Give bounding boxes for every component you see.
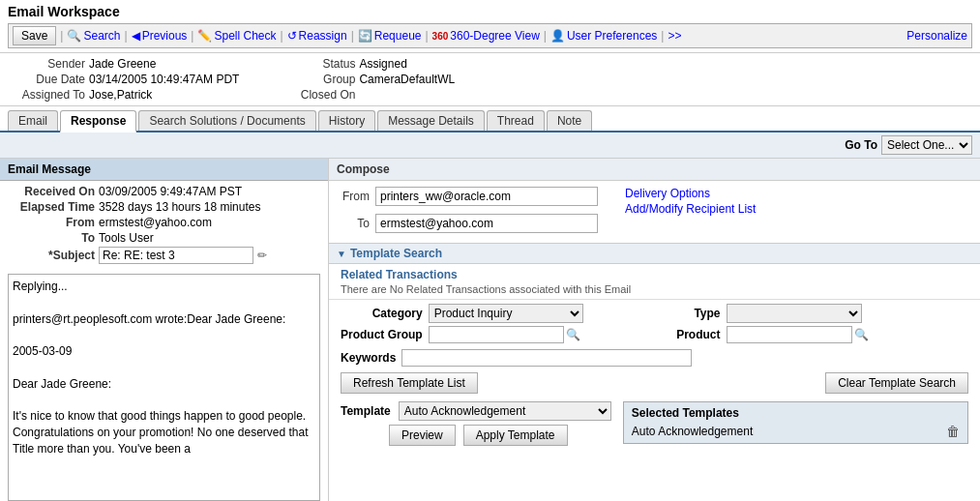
- save-button[interactable]: Save: [13, 26, 56, 45]
- from-value: ermstest@yahoo.com: [99, 216, 212, 229]
- preview-apply-row: Preview Apply Template: [341, 425, 611, 446]
- email-message-title: Email Message: [0, 159, 328, 181]
- subject-label: *Subject: [8, 249, 95, 262]
- more-link[interactable]: >>: [668, 29, 681, 43]
- keywords-label: Keywords: [341, 351, 396, 365]
- reassign-link[interactable]: ↺ Reassign: [287, 29, 347, 43]
- assignedto-label: Assigned To: [8, 88, 85, 102]
- left-panel: Email Message Received On 03/09/2005 9:4…: [0, 159, 329, 501]
- tab-history[interactable]: History: [318, 110, 375, 131]
- compose-title: Compose: [329, 159, 980, 181]
- product-group-label: Product Group: [341, 328, 423, 341]
- category-label: Category: [341, 307, 423, 320]
- status-label: Status: [278, 57, 355, 71]
- elapsed-time-value: 3528 days 13 hours 18 minutes: [99, 200, 260, 214]
- template-search-title: Template Search: [350, 247, 442, 260]
- related-transactions-text: There are No Related Transactions associ…: [341, 283, 968, 295]
- compose-from-label: From: [341, 190, 370, 203]
- product-input[interactable]: [727, 326, 852, 343]
- toolbar: Save | 🔍 Search | ◀ Previous | ✏️ Spell …: [8, 23, 972, 48]
- compose-from-input[interactable]: [375, 187, 598, 206]
- search-icon: 🔍: [67, 29, 81, 43]
- preview-button[interactable]: Preview: [389, 425, 456, 446]
- assignedto-value: Jose,Patrick: [89, 88, 152, 102]
- group-label: Group: [278, 73, 355, 86]
- type-select[interactable]: [727, 304, 862, 323]
- related-transactions-title: Related Transactions: [341, 268, 968, 281]
- goto-select[interactable]: Select One...: [881, 135, 972, 155]
- refresh-row: Refresh Template List Clear Template Sea…: [329, 368, 980, 398]
- template-row: Template Auto Acknowledgement: [341, 401, 611, 421]
- compose-area: From To Delivery Options Add/Modify Reci…: [329, 181, 980, 243]
- status-value: Assigned: [359, 57, 406, 71]
- template-label: Template: [341, 404, 391, 418]
- group-value: CameraDefaultWL: [359, 73, 455, 86]
- to-value: Tools User: [99, 231, 154, 245]
- type-label: Type: [676, 307, 720, 320]
- category-select[interactable]: Product Inquiry: [429, 304, 583, 323]
- view360-link[interactable]: 360 360-Degree View: [432, 29, 540, 43]
- to-label: To: [8, 231, 95, 245]
- email-body-container: Replying... printers@rt.peoplesoft.com w…: [8, 274, 320, 501]
- compose-to-label: To: [341, 217, 370, 230]
- tab-bar: Email Response Search Solutions / Docume…: [0, 106, 980, 133]
- keywords-row: Keywords: [329, 347, 980, 368]
- apply-template-button[interactable]: Apply Template: [463, 425, 568, 446]
- goto-bar: Go To Select One...: [0, 133, 980, 159]
- collapse-icon[interactable]: ▼: [337, 249, 346, 259]
- selected-templates-title: Selected Templates: [632, 406, 960, 420]
- add-modify-recipient-link[interactable]: Add/Modify Recipient List: [625, 202, 756, 216]
- tab-message-details[interactable]: Message Details: [377, 110, 485, 131]
- previous-link[interactable]: ◀ Previous: [132, 29, 188, 43]
- userprefs-icon: 👤: [550, 29, 565, 43]
- infobar: Sender Jade Greene Due Date 03/14/2005 1…: [0, 53, 980, 106]
- refresh-template-button[interactable]: Refresh Template List: [341, 372, 478, 394]
- personalize-link[interactable]: Personalize: [906, 29, 967, 43]
- previous-icon: ◀: [132, 29, 140, 43]
- goto-label: Go To: [845, 138, 877, 152]
- header: Email Workspace Save | 🔍 Search | ◀ Prev…: [0, 0, 980, 106]
- right-panel: Compose From To Delivery Options Add/Mod…: [329, 159, 980, 501]
- requeue-link[interactable]: 🔄 Requeue: [358, 29, 422, 43]
- duedate-label: Due Date: [8, 73, 85, 86]
- delivery-options-link[interactable]: Delivery Options: [625, 187, 756, 200]
- tab-search-solutions[interactable]: Search Solutions / Documents: [138, 110, 315, 131]
- product-group-input[interactable]: [429, 326, 564, 343]
- tab-thread[interactable]: Thread: [487, 110, 545, 131]
- selected-template-name: Auto Acknowledgement: [632, 425, 942, 438]
- product-label: Product: [676, 328, 720, 341]
- edit-icon[interactable]: ✏: [257, 249, 267, 262]
- page-title: Email Workspace: [8, 4, 972, 19]
- email-info: Received On 03/09/2005 9:49:47AM PST Ela…: [0, 181, 328, 270]
- template-select[interactable]: Auto Acknowledgement: [399, 401, 611, 421]
- view360-icon: 360: [432, 31, 449, 42]
- tab-email[interactable]: Email: [8, 110, 58, 131]
- elapsed-time-label: Elapsed Time: [8, 200, 95, 214]
- requeue-icon: 🔄: [358, 29, 372, 43]
- spellcheck-link[interactable]: ✏️ Spell Check: [197, 29, 276, 43]
- received-on-value: 03/09/2005 9:49:47AM PST: [99, 185, 242, 198]
- search-link[interactable]: 🔍 Search: [67, 29, 120, 43]
- selected-templates-box: Selected Templates Auto Acknowledgement …: [623, 401, 968, 444]
- userprefs-link[interactable]: 👤 User Preferences: [550, 29, 657, 43]
- duedate-value: 03/14/2005 10:49:47AM PDT: [89, 73, 239, 86]
- spellcheck-icon: ✏️: [197, 29, 212, 43]
- keywords-input[interactable]: [401, 349, 692, 367]
- tab-note[interactable]: Note: [547, 110, 592, 131]
- tab-response[interactable]: Response: [60, 110, 136, 133]
- email-body-text: Replying...: [13, 279, 315, 295]
- received-on-label: Received On: [8, 185, 95, 198]
- reassign-icon: ↺: [287, 29, 297, 43]
- product-search-icon[interactable]: 🔍: [854, 328, 869, 341]
- related-transactions-section: Related Transactions There are No Relate…: [329, 264, 980, 300]
- template-search-header: ▼ Template Search: [329, 243, 980, 264]
- compose-to-input[interactable]: [375, 214, 598, 233]
- sender-value: Jade Greene: [89, 57, 156, 71]
- sender-label: Sender: [8, 57, 85, 71]
- clear-template-search-button[interactable]: Clear Template Search: [825, 372, 968, 394]
- email-body[interactable]: Replying... printers@rt.peoplesoft.com w…: [9, 275, 319, 500]
- product-group-search-icon[interactable]: 🔍: [566, 328, 580, 341]
- subject-input[interactable]: [99, 247, 253, 264]
- delete-template-icon[interactable]: 🗑: [946, 424, 960, 439]
- main-content: Email Message Received On 03/09/2005 9:4…: [0, 159, 980, 501]
